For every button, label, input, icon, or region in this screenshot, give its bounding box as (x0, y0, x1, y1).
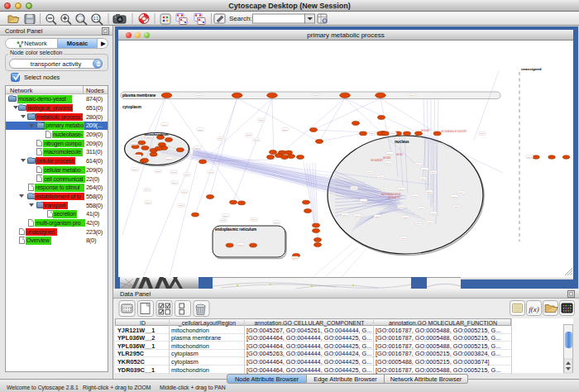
svg-text:Ctrl-d: Ctrl-d (184, 174, 190, 176)
svg-text:Ctrl-d: Ctrl-d (379, 176, 385, 179)
svg-text:Ctrl-d: Ctrl-d (404, 217, 409, 219)
svg-text:Ctrl-d: Ctrl-d (399, 206, 404, 208)
svg-text:Ctrl-d: Ctrl-d (376, 216, 381, 218)
svg-text:Ctrl-d: Ctrl-d (156, 170, 161, 173)
svg-text:GO:0442: GO:0442 (421, 129, 430, 132)
svg-text:Ctrl-d: Ctrl-d (195, 147, 201, 150)
svg-text:Ctrl-d: Ctrl-d (367, 171, 373, 174)
svg-text:Ctrl-d: Ctrl-d (352, 187, 357, 189)
svg-text:cytoplasm: cytoplasm (122, 105, 141, 109)
svg-text:Ctrl-d: Ctrl-d (259, 119, 265, 122)
svg-text:unassigned: unassigned (521, 67, 542, 71)
svg-text:Ctrl-d: Ctrl-d (208, 171, 214, 174)
svg-text:Ctrl-d: Ctrl-d (459, 192, 465, 194)
svg-text:Ctrl-d: Ctrl-d (221, 219, 227, 222)
svg-text:Ctrl-d: Ctrl-d (480, 132, 486, 135)
svg-text:Ctrl-d: Ctrl-d (388, 153, 394, 155)
svg-text:Ctrl-d: Ctrl-d (386, 162, 392, 165)
svg-text:Ctrl-d: Ctrl-d (238, 244, 244, 246)
svg-text:nucleus: nucleus (395, 140, 409, 144)
svg-text:Ctrl-d: Ctrl-d (313, 94, 319, 97)
svg-text:Ctrl-d: Ctrl-d (401, 237, 407, 240)
svg-text:Ctrl-d: Ctrl-d (399, 189, 404, 191)
svg-text:Ctrl-d: Ctrl-d (382, 189, 388, 191)
svg-text:1:1: 1:1 (93, 17, 99, 21)
svg-text:Ctrl-d: Ctrl-d (136, 155, 141, 158)
svg-text:Ctrl-d: Ctrl-d (413, 195, 419, 198)
svg-text:Ctrl-d: Ctrl-d (251, 218, 257, 221)
svg-text:GO:0044464+GO:0016787: GO:0044464+GO:0016787 (441, 130, 467, 133)
svg-text:Ctrl-d: Ctrl-d (179, 204, 184, 207)
svg-text:Ctrl-d: Ctrl-d (197, 94, 203, 97)
svg-text:Ctrl-d: Ctrl-d (182, 191, 188, 194)
svg-text:Ctrl-d: Ctrl-d (283, 129, 289, 131)
svg-text:Ctrl-d: Ctrl-d (371, 132, 376, 135)
svg-text:Ctrl-d: Ctrl-d (356, 215, 361, 218)
svg-text:Ctrl-d: Ctrl-d (146, 202, 151, 204)
svg-text:Ctrl-d: Ctrl-d (246, 134, 252, 136)
svg-text:Ctrl-d: Ctrl-d (167, 158, 173, 160)
svg-text:Ctrl-d: Ctrl-d (147, 136, 153, 139)
svg-text:Ctrl-d: Ctrl-d (390, 132, 396, 135)
svg-text:Ctrl-d: Ctrl-d (223, 215, 229, 218)
svg-text:Ctrl-d: Ctrl-d (416, 164, 422, 166)
svg-text:Ctrl-d: Ctrl-d (423, 169, 428, 171)
svg-text:Ctrl-d: Ctrl-d (428, 222, 433, 224)
svg-text:Ctrl-d: Ctrl-d (218, 137, 224, 140)
svg-text:GO:0016787: GO:0016787 (388, 196, 400, 199)
svg-text:Ctrl-d: Ctrl-d (274, 222, 280, 224)
svg-text:GO:005: GO:005 (383, 156, 391, 160)
svg-text:Ctrl-d: Ctrl-d (410, 94, 416, 97)
svg-text:Ctrl-d: Ctrl-d (455, 206, 461, 208)
svg-text:mitochondrion: mitochondrion (144, 132, 169, 136)
svg-text:Ctrl-d: Ctrl-d (293, 257, 299, 260)
svg-text:GO:05: GO:05 (396, 153, 403, 156)
svg-text:Ctrl-d: Ctrl-d (145, 189, 151, 191)
svg-text:Ctrl-d: Ctrl-d (171, 171, 177, 174)
svg-text:Ctrl-d: Ctrl-d (431, 213, 437, 215)
svg-text:GO:0044444-GO:05: GO:0044444-GO:05 (381, 193, 401, 196)
svg-text:Ctrl-d: Ctrl-d (132, 143, 137, 146)
svg-text:Ctrl-d: Ctrl-d (172, 182, 178, 184)
svg-text:Ctrl-d: Ctrl-d (254, 139, 260, 141)
svg-text:Search:: Search: (229, 15, 252, 22)
svg-text:Ctrl-d: Ctrl-d (527, 156, 533, 159)
svg-text:Ctrl-d: Ctrl-d (361, 200, 367, 203)
svg-text:Ctrl-d: Ctrl-d (162, 124, 168, 127)
svg-text:Ctrl-d: Ctrl-d (419, 208, 425, 210)
svg-text:Ctrl-d: Ctrl-d (431, 171, 437, 174)
svg-text:Ctrl-d: Ctrl-d (198, 129, 203, 131)
svg-text:Ctrl-d: Ctrl-d (416, 222, 422, 225)
svg-text:plasma membrane: plasma membrane (122, 93, 156, 98)
svg-text:f(x): f(x) (529, 305, 539, 313)
svg-text:GO:0045267: GO:0045267 (371, 159, 383, 162)
svg-text:Ctrl-d: Ctrl-d (427, 191, 433, 194)
svg-text:Ctrl-d: Ctrl-d (343, 214, 349, 217)
svg-text:Ctrl-d: Ctrl-d (421, 178, 427, 180)
svg-text:Ctrl-d: Ctrl-d (452, 196, 458, 198)
svg-text:Ctrl-d: Ctrl-d (132, 169, 138, 171)
svg-text:endoplasmic reticulum: endoplasmic reticulum (215, 227, 256, 232)
